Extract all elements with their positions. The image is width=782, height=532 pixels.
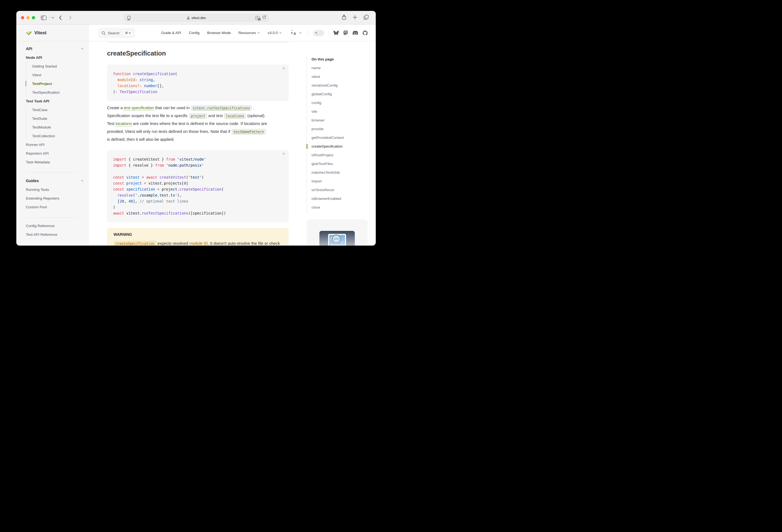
sidebar-item-runner-api[interactable]: Runner API (26, 140, 83, 149)
translate-icon[interactable]: xA (291, 31, 297, 35)
reload-icon[interactable] (262, 15, 266, 21)
sidebar-item-task-metadata[interactable]: Task Metadata (26, 157, 83, 166)
share-icon[interactable] (342, 14, 346, 21)
url-text: vitest.dev (191, 16, 206, 20)
code-content: import { createVitest } from 'vitest/nod… (113, 156, 283, 216)
forward-button[interactable] (69, 11, 72, 25)
toc-item-close[interactable]: close (312, 203, 364, 212)
sidebar-item-node-api[interactable]: Node API (26, 53, 83, 62)
tab-overview-icon[interactable] (363, 15, 369, 21)
sidebar-item-testcase[interactable]: TestCase (32, 105, 83, 114)
toc-item-browser[interactable]: browser (312, 116, 364, 125)
search-icon (102, 31, 106, 35)
toc-item-import[interactable]: import (312, 177, 364, 186)
sidebar-item-config-reference[interactable]: Config Reference (26, 221, 83, 230)
sidebar-item-label: Task Metadata (26, 160, 50, 164)
sidebar-item-testcollection[interactable]: TestCollection (32, 132, 83, 140)
code-line: import { resolve } from 'node:path/posix… (113, 162, 283, 168)
toc-item-label: browser (312, 118, 325, 122)
toc-item-createspecification[interactable]: createSpecification (312, 142, 364, 151)
toc-item-config[interactable]: config (312, 99, 364, 107)
sidebar-item-vitest[interactable]: Vitest (32, 71, 83, 79)
discord-icon[interactable] (353, 31, 358, 35)
inline-link[interactable]: locations (116, 121, 132, 126)
sidebar-item-custom-pool[interactable]: Custom Pool (26, 203, 83, 211)
toc-item-matchestestglob[interactable]: matchesTestGlob (312, 168, 364, 177)
toc-item-vitest[interactable]: vitest (312, 72, 364, 81)
translate-icon[interactable]: Ax (255, 16, 260, 20)
code-line: ) (113, 204, 283, 210)
inline-code-link[interactable]: project (189, 113, 207, 119)
inline-code-link[interactable]: locations (224, 113, 246, 119)
nav-item-guide-api[interactable]: Guide & API (161, 31, 181, 35)
sidebar-item-api[interactable]: API (26, 44, 83, 53)
vitest-logo-icon (26, 30, 32, 36)
code-line: const project = vitest.projects[0] (113, 180, 283, 186)
inline-link[interactable]: test specification (124, 105, 154, 110)
sponsor-card[interactable]: </> (307, 219, 367, 246)
text-run: Create a (107, 105, 124, 110)
sidebar-item-reporters-api[interactable]: Reporters API (26, 149, 83, 157)
nav-item-browser-mode[interactable]: Browser Mode (207, 31, 231, 35)
sidebar-item-testspecification[interactable]: TestSpecification (32, 88, 83, 97)
header-divider (328, 30, 329, 36)
close-button[interactable] (21, 16, 24, 19)
inline-code-link[interactable]: testNamePattern (232, 129, 266, 135)
minimize-button[interactable] (26, 16, 30, 19)
sidebar-item-running-tests[interactable]: Running Tests (26, 185, 83, 194)
github-icon[interactable] (363, 31, 367, 35)
sidebar-item-label: Running Tests (26, 187, 49, 192)
active-indicator (26, 81, 26, 86)
site-header: Vitest Search ⌘ K Guide & APIConfigBrows… (16, 25, 376, 41)
lock-icon (187, 16, 190, 20)
address-bar[interactable]: vitest.dev Ax (124, 14, 269, 22)
warning-callout: WARNING createSpecification expects reso… (107, 228, 289, 246)
sidebar-item-testmodule[interactable]: TestModule (32, 123, 83, 132)
nav-item-resources[interactable]: Resources (239, 31, 260, 35)
sidebar-item-getting-started[interactable]: Getting Started (32, 62, 83, 71)
sidebar-item-extending-reporters[interactable]: Extending Reporters (26, 194, 83, 203)
nav-item-config[interactable]: Config (189, 31, 200, 35)
toc-item-name[interactable]: name (312, 64, 364, 72)
sidebar-item-label: Vitest (32, 73, 41, 77)
code-block-signature[interactable]: ts function createSpecification( moduleI… (107, 65, 289, 101)
toc-item-label: globTestFiles (312, 162, 333, 166)
sidebar-item-guides[interactable]: Guides (26, 176, 83, 185)
toc-item-provide[interactable]: provide (312, 125, 364, 133)
bluesky-icon[interactable] (333, 31, 339, 35)
text-run: are code lines where the test is defined… (132, 121, 267, 126)
toc-item-label: getProvidedContext (312, 136, 344, 140)
nav-item-label: Config (189, 31, 200, 35)
toc-item-serializedconfig[interactable]: serializedConfig (312, 81, 364, 90)
mastodon-icon[interactable] (343, 31, 348, 35)
inline-code-link[interactable]: vitest.runTestSpecifications (191, 105, 252, 111)
toc-item-label: onTestsRerun (312, 188, 334, 192)
sidebar-item-testproject[interactable]: TestProject (32, 79, 83, 88)
toc-item-isrootproject[interactable]: isRootProject (312, 151, 364, 159)
text-run: is defined, then it will also be applied… (107, 137, 175, 142)
toc-item-globtestfiles[interactable]: globTestFiles (312, 159, 364, 168)
fullscreen-button[interactable] (32, 16, 35, 19)
theme-toggle[interactable] (313, 30, 324, 36)
sidebar-item-testsuite[interactable]: TestSuite (32, 114, 83, 123)
back-button[interactable] (59, 11, 62, 25)
sidebar-item-test-api-reference[interactable]: Test API Reference (26, 230, 83, 239)
toc-item-isbrowserenabled[interactable]: isBrowserEnabled (312, 194, 364, 203)
toc-item-vite[interactable]: vite (312, 107, 364, 116)
text-run: expects resolved (156, 241, 189, 246)
text-run: provided, Vitest will only run tests def… (107, 129, 232, 134)
new-tab-icon[interactable] (353, 15, 357, 21)
toc-item-globalconfig[interactable]: globalConfig (312, 90, 364, 99)
nav-item-v3-0-0[interactable]: v3.0.0 (268, 31, 282, 35)
search-button[interactable]: Search ⌘ K (98, 28, 135, 38)
toc-item-ontestsrerun[interactable]: onTestsRerun (312, 186, 364, 194)
toc-item-getprovidedcontext[interactable]: getProvidedContext (312, 133, 364, 142)
sidebar-item-test-task-api[interactable]: Test Task API (26, 97, 83, 105)
inline-link[interactable]: module ID (189, 241, 208, 246)
code-block-example[interactable]: ts import { createVitest } from 'vitest/… (107, 150, 289, 222)
sidebar-group: TestCaseTestSuiteTestModuleTestCollectio… (26, 105, 83, 140)
sidebar-toggle-icon[interactable] (41, 11, 46, 25)
vitest-logo[interactable]: Vitest (16, 25, 89, 41)
inline-code: createSpecification (113, 241, 156, 246)
tab-overview-chevron-icon[interactable] (51, 11, 54, 25)
